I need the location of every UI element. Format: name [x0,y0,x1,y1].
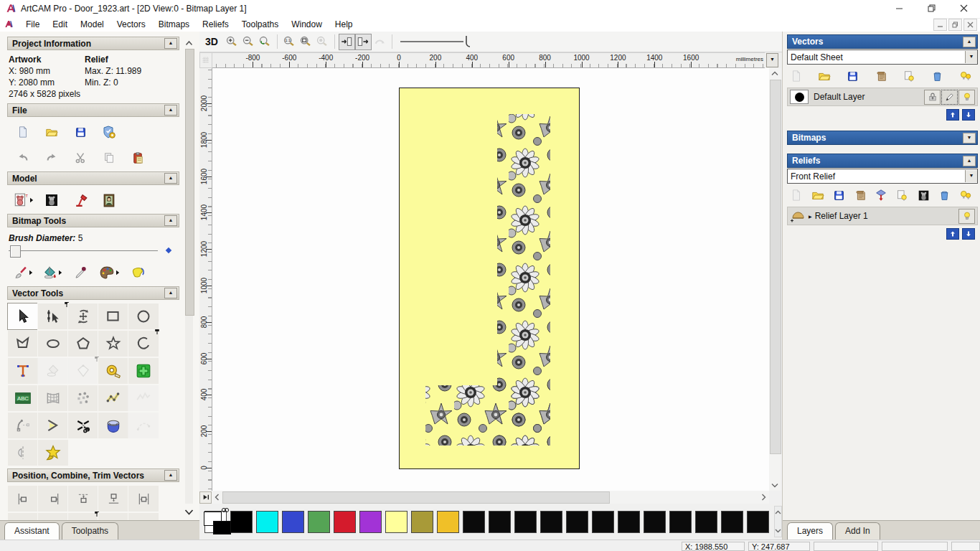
colour-palette-icon[interactable] [95,262,123,283]
create-polyline-icon[interactable] [7,330,39,357]
vector-layer-row[interactable]: Default Layer [787,88,978,106]
fade-relief-icon[interactable] [372,34,388,50]
canvas-horizontal-scrollbar[interactable] [199,491,769,504]
measure-icon[interactable] [98,357,129,385]
palette-swatch-6[interactable] [359,511,382,533]
collapse-button[interactable]: ▲ [164,470,177,481]
import-relief-icon[interactable] [873,187,889,203]
menu-edit[interactable]: Edit [46,18,74,31]
undo-icon[interactable] [9,147,37,169]
scrollbar-thumb[interactable] [222,491,610,504]
close-button[interactable] [948,0,980,17]
copy-icon[interactable] [95,147,123,169]
scroll-down-icon[interactable] [769,480,781,491]
collapse-button[interactable]: ▲ [963,156,976,166]
model-section-header[interactable]: Model ▲ [7,171,179,185]
scrollbar-thumb[interactable] [185,49,194,316]
load-image-icon[interactable] [95,189,123,211]
palette-swatch-3[interactable] [282,511,304,533]
menu-file[interactable]: File [19,18,46,31]
drawing-canvas[interactable] [212,68,769,491]
paint-vectors-icon[interactable] [37,357,69,385]
minimize-button[interactable] [883,0,915,17]
scroll-up-icon[interactable] [769,68,781,79]
tab-layers[interactable]: Layers [787,522,833,540]
spin-vectors-icon[interactable] [98,412,129,439]
reliefs-panel-header[interactable]: Reliefs ▲ [787,154,978,168]
new-layer-icon[interactable] [788,187,804,203]
ruler-origin-button[interactable] [199,52,212,68]
palette-swatch-12[interactable] [514,511,537,533]
greyscale-relief-icon[interactable] [915,187,931,203]
menu-model[interactable]: Model [74,18,110,31]
palette-swatch-21[interactable] [747,511,769,533]
project-information-header[interactable]: Project Information ▲ [7,37,179,50]
save-layer-icon[interactable] [845,68,861,84]
create-star-icon[interactable] [98,330,129,357]
new-model-icon[interactable] [9,121,37,143]
palette-swatch-2[interactable] [256,511,278,533]
vectors-panel-header[interactable]: Vectors ▲ [787,34,978,49]
tab-assistant[interactable]: Assistant [4,522,60,540]
chevron-down-icon[interactable]: ▼ [965,51,977,63]
mirror-vectors-icon[interactable] [7,439,39,466]
slider-track[interactable] [9,250,158,251]
fill-vectors-icon[interactable] [67,357,99,385]
redo-icon[interactable] [37,147,66,169]
position-tools-header[interactable]: Position, Combine, Trim Vectors ▲ [7,468,179,482]
scrollbar-track[interactable] [222,491,758,503]
menu-toolpaths[interactable]: Toolpaths [235,18,285,31]
scrollbar-thumb[interactable] [770,80,781,454]
bitmaps-panel-header[interactable]: Bitmaps ▼ [787,131,978,145]
create-text-icon[interactable] [7,357,39,385]
palette-swatch-4[interactable] [308,511,330,533]
collapse-button[interactable]: ▲ [164,288,177,298]
palette-swatch-9[interactable] [437,511,459,533]
palette-swatch-11[interactable] [489,511,511,533]
trim-vectors-icon[interactable] [67,412,99,439]
align-right-icon[interactable] [37,485,69,512]
palette-scrollbar[interactable] [774,506,782,537]
fit-polyline-icon[interactable] [98,385,129,412]
fit-arc-icon[interactable] [7,412,39,439]
open-layer-icon[interactable] [816,68,832,84]
envelope-distort-icon[interactable] [37,385,69,412]
merge-layers-icon[interactable] [852,187,868,203]
palette-swatch-8[interactable] [411,511,433,533]
select-vectors-icon[interactable] [7,303,39,330]
scroll-left-icon[interactable] [212,491,222,503]
collapse-button[interactable]: ▲ [164,38,177,49]
free-polyline-icon[interactable] [128,412,159,439]
align-centre-icon[interactable] [128,485,159,512]
vector-tools-header[interactable]: Vector Tools ▲ [7,286,179,300]
palette-swatch-17[interactable] [644,511,666,533]
create-arc-icon[interactable] [128,330,159,357]
palette-swatch-19[interactable] [695,511,717,533]
new-layer-icon[interactable] [788,68,804,84]
tab-toolpaths[interactable]: Toolpaths [62,522,118,540]
toggle-visibility-icon[interactable] [901,68,917,84]
menu-window[interactable]: Window [285,18,329,31]
relief-contrast-slider[interactable] [400,34,472,50]
palette-swatch-15[interactable] [592,511,614,533]
vector-texture-icon[interactable] [128,385,159,412]
collapse-button[interactable]: ▲ [164,173,177,184]
expand-layer-icon[interactable]: ▶ [809,214,812,219]
bitmap-tools-header[interactable]: Bitmap Tools ▲ [7,214,179,227]
palette-swatch-16[interactable] [618,511,640,533]
palette-swatch-1[interactable] [230,511,253,533]
menu-help[interactable]: Help [329,18,359,31]
child-minimize-button[interactable] [933,19,947,31]
zoom-scale-icon[interactable]: 1:1 [281,34,298,50]
toggle-bitmap-icon[interactable] [339,34,355,50]
palette-swatch-18[interactable] [669,511,692,533]
relief-dropdown[interactable]: Front Relief ▼ [787,169,978,184]
scroll-up-icon[interactable] [183,37,195,49]
all-visible-icon[interactable] [958,68,974,84]
toggle-3d-view-button[interactable]: 3D [205,36,218,47]
primary-secondary-colour-indicator[interactable] [202,507,204,536]
expand-panel-icon[interactable] [199,491,212,504]
text-abc-icon[interactable]: ABC [7,385,39,412]
align-bottom-icon[interactable] [98,485,129,512]
toggle-visibility-icon[interactable] [895,187,910,203]
